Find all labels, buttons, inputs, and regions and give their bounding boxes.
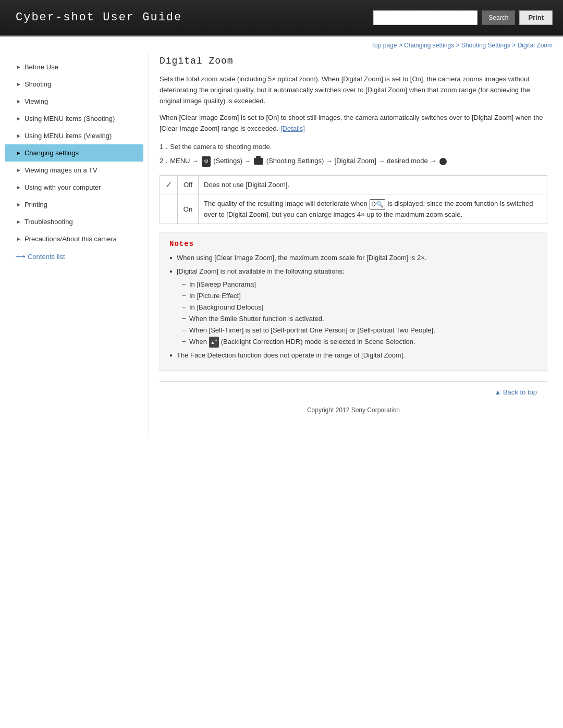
sidebar-item-troubleshooting[interactable]: ► Troubleshooting xyxy=(5,213,143,230)
sidebar-item-label: Viewing images on a TV xyxy=(25,166,97,174)
footer-bar: ▲ Back to top xyxy=(160,381,547,402)
sub-note-item: In [Picture Effect] xyxy=(182,290,537,302)
sidebar: ► Before Use ► Shooting ► Viewing ► Usin… xyxy=(5,53,143,435)
arrow-icon: ► xyxy=(16,219,21,225)
details-link[interactable]: [Details] xyxy=(280,125,305,132)
arrow-icon: ► xyxy=(16,98,21,104)
search-button[interactable]: Search xyxy=(482,10,515,25)
sidebar-item-label: Changing settings xyxy=(25,149,79,157)
intro-paragraph-2: When [Clear Image Zoom] is set to [On] t… xyxy=(160,113,547,134)
table-row: On The quality of the resulting image wi… xyxy=(160,194,547,224)
sub-notes-list: In [iSweep Panorama] In [Picture Effect]… xyxy=(177,279,537,348)
print-button[interactable]: Print xyxy=(519,10,553,25)
arrow-icon: ► xyxy=(16,236,21,242)
arrow-icon: ► xyxy=(16,202,21,207)
sidebar-item-label: Printing xyxy=(25,201,47,208)
sidebar-item-viewing-tv[interactable]: ► Viewing images on a TV xyxy=(5,162,143,179)
back-to-top-link[interactable]: ▲ Back to top xyxy=(494,388,537,396)
arrow-right-icon: ⟶ xyxy=(16,253,26,261)
breadcrumb-shooting-settings[interactable]: Shooting Settings xyxy=(461,42,510,49)
search-input[interactable] xyxy=(373,10,478,25)
desc-off-cell: Does not use [Digital Zoom]. xyxy=(199,175,547,194)
settings-table: ✓ Off Does not use [Digital Zoom]. On Th… xyxy=(160,175,547,225)
sidebar-item-label: Using MENU items (Viewing) xyxy=(25,132,112,140)
sidebar-item-label: Using with your computer xyxy=(25,183,101,191)
check-icon: ✓ xyxy=(165,180,172,189)
arrow-icon: ► xyxy=(16,81,21,87)
sidebar-item-menu-shooting[interactable]: ► Using MENU items (Shooting) xyxy=(5,110,143,127)
hdr-icon: ▲+ xyxy=(209,337,219,347)
sidebar-item-menu-viewing[interactable]: ► Using MENU items (Viewing) xyxy=(5,127,143,144)
note-item: [Digital Zoom] is not available in the f… xyxy=(169,266,537,348)
main-layout: ► Before Use ► Shooting ► Viewing ► Usin… xyxy=(0,53,563,435)
arrow-icon: ► xyxy=(16,133,21,139)
sidebar-item-computer[interactable]: ► Using with your computer xyxy=(5,179,143,196)
empty-icon-cell xyxy=(160,194,178,224)
header: Cyber-shot User Guide Search Print xyxy=(0,0,563,36)
contents-list-label: Contents list xyxy=(28,253,65,261)
arrow-icon: ► xyxy=(16,116,21,121)
back-to-top-label: Back to top xyxy=(503,388,537,396)
sub-note-item: In [iSweep Panorama] xyxy=(182,279,537,290)
sidebar-item-printing[interactable]: ► Printing xyxy=(5,196,143,213)
sidebar-item-label: Before Use xyxy=(25,63,58,71)
sidebar-item-label: Viewing xyxy=(25,97,48,105)
breadcrumb-top-page[interactable]: Top page xyxy=(371,42,397,49)
page-title: Digital Zoom xyxy=(160,56,547,66)
sidebar-item-precautions[interactable]: ► Precautions/About this camera xyxy=(5,230,143,248)
sidebar-item-label: Troubleshooting xyxy=(25,218,73,226)
sub-note-item: When the Smile Shutter function is activ… xyxy=(182,313,537,325)
sub-note-item: In [Background Defocus] xyxy=(182,302,537,313)
zoom-indicator-icon: D🔍 xyxy=(370,199,385,209)
notes-list: When using [Clear Image Zoom], the maxim… xyxy=(169,252,537,361)
sidebar-item-label: Precautions/About this camera xyxy=(25,235,117,243)
triangle-up-icon: ▲ xyxy=(494,388,501,396)
sub-note-item: When [Self-Timer] is set to [Self-portra… xyxy=(182,325,537,336)
note-item: When using [Clear Image Zoom], the maxim… xyxy=(169,252,537,264)
table-row: ✓ Off Does not use [Digital Zoom]. xyxy=(160,175,547,194)
notes-title: Notes xyxy=(169,240,537,248)
contents-list-link[interactable]: ⟶ Contents list xyxy=(5,248,143,266)
check-icon-cell: ✓ xyxy=(160,175,178,194)
main-content: Digital Zoom Sets the total zoom scale (… xyxy=(149,53,558,435)
sidebar-item-before-use[interactable]: ► Before Use xyxy=(5,58,143,76)
sidebar-item-label: Shooting xyxy=(25,80,51,88)
desc-on-cell: The quality of the resulting image will … xyxy=(199,194,547,224)
sidebar-item-changing-settings[interactable]: ► Changing settings xyxy=(5,144,143,162)
camera-icon xyxy=(254,158,263,165)
sub-note-item: When ▲+ (Backlight Correction HDR) mode … xyxy=(182,336,537,348)
steps-section: 1．Set the camera to shooting mode. 2．MEN… xyxy=(160,141,547,167)
arrow-icon: ► xyxy=(16,184,21,190)
step-2: 2．MENU → ⚙ (Settings) → (Shooting Settin… xyxy=(160,155,547,167)
sidebar-item-viewing[interactable]: ► Viewing xyxy=(5,93,143,110)
step-1: 1．Set the camera to shooting mode. xyxy=(160,141,547,153)
site-title: Cyber-shot User Guide xyxy=(0,11,182,24)
sidebar-item-label: Using MENU items (Shooting) xyxy=(25,115,115,122)
breadcrumb-current: Digital Zoom xyxy=(518,42,553,49)
note-item: The Face Detection function does not ope… xyxy=(169,350,537,361)
settings-icon: ⚙ xyxy=(202,156,211,167)
arrow-icon: ► xyxy=(16,150,21,156)
header-controls: Search Print xyxy=(373,10,563,25)
breadcrumb: Top page > Changing settings > Shooting … xyxy=(0,36,563,53)
sidebar-item-shooting[interactable]: ► Shooting xyxy=(5,76,143,93)
mode-on-cell: On xyxy=(178,194,199,224)
notes-section: Notes When using [Clear Image Zoom], the… xyxy=(160,232,547,371)
intro-paragraph-1: Sets the total zoom scale (including 5× … xyxy=(160,74,547,106)
mode-off-cell: Off xyxy=(178,175,199,194)
arrow-icon: ► xyxy=(16,167,21,173)
copyright: Copyright 2012 Sony Corporation xyxy=(160,402,547,424)
arrow-icon: ► xyxy=(16,64,21,70)
breadcrumb-changing-settings[interactable]: Changing settings xyxy=(404,42,454,49)
